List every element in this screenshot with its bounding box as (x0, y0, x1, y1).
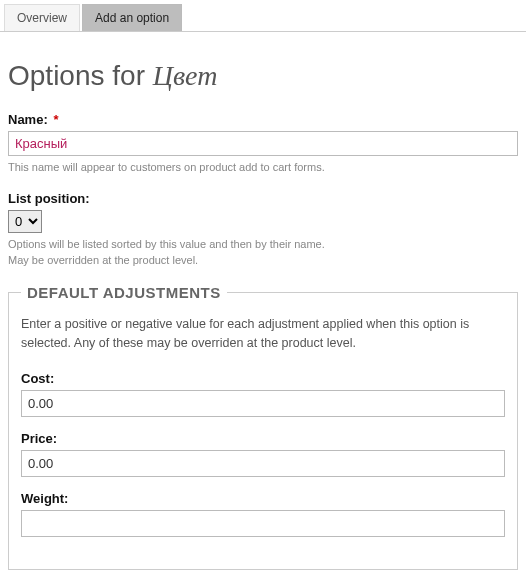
field-name: Name: * This name will appear to custome… (8, 112, 518, 175)
page-title: Options for Цвет (8, 60, 518, 92)
name-label-text: Name: (8, 112, 48, 127)
field-list-position: List position: 0 Options will be listed … (8, 191, 518, 268)
list-position-select[interactable]: 0 (8, 210, 42, 233)
tab-add-option[interactable]: Add an option (82, 4, 182, 31)
list-position-label: List position: (8, 191, 518, 206)
field-weight: Weight: (21, 491, 505, 537)
tabs: Overview Add an option (0, 0, 526, 32)
name-help: This name will appear to customers on pr… (8, 160, 518, 175)
field-cost: Cost: (21, 371, 505, 417)
tab-overview[interactable]: Overview (4, 4, 80, 31)
default-adjustments-fieldset: DEFAULT ADJUSTMENTS Enter a positive or … (8, 284, 518, 570)
weight-label: Weight: (21, 491, 505, 506)
default-adjustments-legend: DEFAULT ADJUSTMENTS (21, 284, 227, 301)
name-input[interactable] (8, 131, 518, 156)
adjustments-description: Enter a positive or negative value for e… (21, 315, 505, 353)
price-input[interactable] (21, 450, 505, 477)
name-label: Name: * (8, 112, 518, 127)
title-prefix: Options for (8, 60, 153, 91)
required-asterisk: * (53, 112, 58, 127)
price-label: Price: (21, 431, 505, 446)
list-position-help-line2: May be overridden at the product level. (8, 253, 518, 268)
cost-label: Cost: (21, 371, 505, 386)
page-body: Options for Цвет Name: * This name will … (0, 32, 526, 586)
list-position-help-line1: Options will be listed sorted by this va… (8, 237, 518, 252)
title-option-name: Цвет (153, 60, 218, 91)
field-price: Price: (21, 431, 505, 477)
weight-input[interactable] (21, 510, 505, 537)
list-position-help: Options will be listed sorted by this va… (8, 237, 518, 268)
cost-input[interactable] (21, 390, 505, 417)
